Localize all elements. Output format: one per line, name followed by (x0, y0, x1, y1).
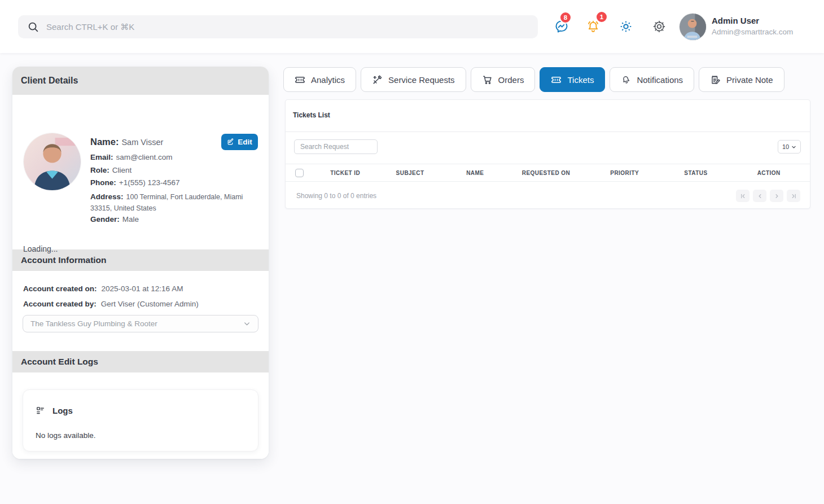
field-role: Role:Client (90, 166, 132, 174)
search-icon (27, 21, 40, 33)
detail-tabs: Analytics Service Requests Orders (283, 67, 784, 92)
field-name: Name:Sam Visser (90, 137, 163, 147)
client-details-title: Client Details (21, 76, 78, 86)
bell-badge: 1 (595, 11, 608, 23)
tab-private-note[interactable]: Private Note (699, 67, 784, 92)
col-name: NAME (443, 170, 507, 176)
edit-button-label: Edit (238, 138, 252, 146)
page-size-value: 10 (782, 143, 789, 150)
theme-brightness-icon[interactable] (619, 19, 633, 34)
name-label: Name: (90, 137, 119, 147)
created-by-row: Account created by:Gert Viser (Customer … (23, 300, 199, 308)
account-information-title: Account Information (21, 255, 107, 265)
search-input[interactable] (46, 22, 529, 32)
logs-empty-text: No logs available. (36, 431, 96, 440)
list-details-icon (36, 406, 45, 415)
account-edit-logs-title: Account Edit Logs (21, 357, 98, 367)
field-phone: Phone:+1(555) 123-4567 (90, 178, 179, 187)
ticket-icon (295, 74, 305, 85)
last-page-button[interactable] (787, 190, 800, 202)
user-info[interactable]: Admin User Admin@smarttrack.com (712, 16, 793, 36)
topbar: 8 1 Admin User (0, 0, 824, 53)
logs-card: Logs No logs available. (23, 389, 258, 452)
edit-client-button[interactable]: Edit (221, 134, 258, 150)
tickets-table-header: TICKET ID SUBJECT NAME REQUESTED ON PRIO… (286, 164, 810, 182)
note-pencil-icon (710, 74, 721, 85)
tab-analytics[interactable]: Analytics (283, 67, 356, 92)
page-size-select[interactable]: 10 (778, 140, 801, 154)
account-edit-logs-header: Account Edit Logs (12, 351, 269, 372)
client-avatar (24, 133, 81, 190)
account-edit-logs-body: Logs No logs available. (12, 372, 269, 459)
client-panel: Client Details Name:Sam Visser (12, 67, 269, 459)
col-subject: SUBJECT (377, 170, 444, 176)
field-email: Email:sam@client.com (90, 153, 173, 161)
messenger-badge: 8 (559, 11, 572, 24)
prev-page-button[interactable] (753, 190, 766, 202)
tools-icon (372, 74, 383, 85)
col-status: STATUS (664, 170, 728, 176)
field-gender: Gender:Male (90, 215, 139, 223)
edit-pencil-icon (227, 138, 234, 146)
field-address: Address:100 Terminal, Fort Lauderdale, M… (90, 191, 255, 214)
client-details-header: Client Details (12, 67, 269, 95)
col-ticket-id: TICKET ID (314, 170, 377, 176)
loading-indicator: Loading... (23, 244, 58, 253)
bell-icon (621, 74, 631, 85)
company-select[interactable]: The Tankless Guy Plumbing & Rooter (23, 315, 258, 332)
next-page-button[interactable] (770, 190, 783, 202)
settings-gear-icon[interactable] (652, 19, 667, 34)
chevron-down-icon (791, 144, 796, 150)
tab-service-requests[interactable]: Service Requests (361, 67, 466, 92)
company-select-value: The Tankless Guy Plumbing & Rooter (30, 319, 157, 328)
tab-notifications[interactable]: Notifications (610, 67, 694, 92)
col-requested-on: REQUESTED ON (507, 170, 585, 176)
tab-orders[interactable]: Orders (471, 67, 536, 92)
user-avatar[interactable] (680, 14, 706, 40)
client-details-body: Name:Sam Visser Edit Email:sam@client.co… (12, 95, 269, 249)
name-value: Sam Visser (121, 138, 163, 147)
tickets-search-input[interactable] (294, 139, 378, 154)
col-action: ACTION (727, 170, 810, 176)
col-priority: PRIORITY (585, 170, 664, 176)
pagination (736, 190, 800, 202)
ticket-icon (551, 74, 562, 85)
tickets-panel-title: Tickets List (293, 111, 330, 119)
logs-title-text: Logs (52, 406, 73, 415)
select-all-checkbox[interactable] (295, 169, 304, 177)
first-page-button[interactable] (736, 190, 750, 202)
user-email: Admin@smarttrack.com (712, 28, 793, 36)
entries-summary: Showing 0 to 0 of 0 entries (296, 192, 376, 200)
cart-icon (482, 74, 493, 85)
tab-tickets[interactable]: Tickets (540, 67, 605, 92)
panel-divider (286, 132, 810, 132)
account-information-body: Account created on:2025-03-01 at 12:16 A… (12, 271, 269, 351)
global-search[interactable] (18, 15, 538, 38)
logs-card-title-row: Logs (36, 406, 73, 415)
created-on-row: Account created on:2025-03-01 at 12:16 A… (23, 284, 183, 293)
chevron-down-icon (243, 320, 251, 327)
tickets-panel: Tickets List 10 TICKET ID SUBJECT NAME R… (285, 99, 810, 209)
user-name: Admin User (712, 16, 793, 25)
